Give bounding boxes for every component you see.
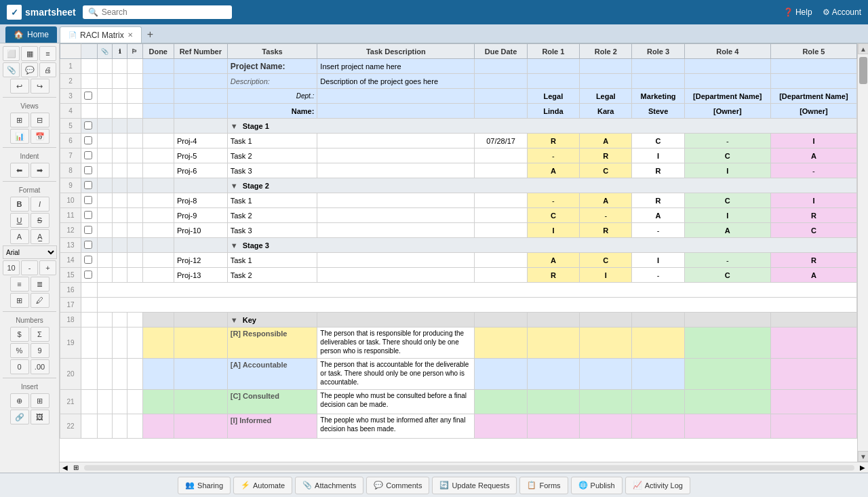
row-check[interactable] [81, 253, 97, 268]
view-card-btn[interactable]: ⊟ [31, 113, 50, 127]
row-done[interactable] [142, 163, 174, 178]
row-done[interactable] [142, 208, 174, 223]
table-btn[interactable]: ⊞ [10, 293, 29, 308]
row-role3[interactable]: - [632, 268, 684, 283]
row-check[interactable] [81, 414, 97, 439]
stage-1-label[interactable]: ▼ Stage 1 [227, 119, 856, 134]
row-tasks[interactable]: Task 2 [227, 148, 317, 163]
row-done[interactable] [142, 253, 174, 268]
row-checkbox[interactable] [84, 151, 92, 159]
row-role4[interactable]: I [684, 208, 770, 223]
row-key-desc[interactable]: The person that is accountable for the d… [317, 359, 475, 390]
row-role4[interactable]: C [684, 268, 770, 283]
row-role2[interactable]: R [580, 223, 632, 238]
img-btn[interactable]: 🖼 [31, 410, 50, 424]
add-tab-button[interactable]: + [142, 26, 159, 43]
fit-width-icon[interactable]: ⊞ [73, 464, 79, 471]
highlight-btn[interactable]: A̲ [31, 229, 50, 244]
row-duedate[interactable]: 07/28/17 [475, 134, 527, 148]
row-duedate[interactable] [475, 208, 527, 223]
row-check[interactable] [81, 208, 97, 223]
stage-3-label[interactable]: ▼ Stage 3 [227, 238, 856, 253]
search-box[interactable]: 🔍 [83, 5, 232, 19]
publish-button[interactable]: 🌐 Publish [571, 477, 623, 494]
row-taskdesc[interactable]: Insert project name here [317, 59, 475, 74]
row-role2[interactable]: R [580, 148, 632, 163]
row-check[interactable] [81, 298, 97, 313]
row-checkbox[interactable] [84, 226, 92, 234]
row-duedate[interactable] [475, 148, 527, 163]
row-checkbox[interactable] [84, 196, 92, 204]
row-refnum[interactable]: Proj-4 [174, 134, 227, 148]
hscroll-track[interactable] [84, 465, 854, 471]
paint-btn[interactable]: 🖊 [31, 293, 50, 308]
num-format-btn[interactable]: 9 [31, 343, 50, 358]
attachments-button[interactable]: 📎 Attachments [295, 477, 363, 494]
row-check[interactable] [81, 74, 97, 89]
align-left-btn[interactable]: ≡ [10, 277, 29, 292]
row-role2[interactable]: Legal [580, 89, 632, 104]
col-done-header[interactable]: Done [142, 44, 174, 59]
row-role4[interactable]: - [684, 253, 770, 268]
row-check[interactable] [81, 104, 97, 119]
row-tasks[interactable]: Task 3 [227, 223, 317, 238]
currency-btn[interactable]: $ [10, 327, 29, 342]
row-checkbox[interactable] [84, 256, 92, 264]
row-tasks[interactable]: Task 1 [227, 134, 317, 148]
scroll-right-icon[interactable]: ▶ [860, 464, 865, 471]
row-role5[interactable]: I [770, 193, 856, 208]
row-key-name[interactable]: [A] Accountable [227, 359, 317, 390]
row-taskdesc[interactable] [317, 193, 475, 208]
text-color-btn[interactable]: A [10, 229, 29, 244]
italic-btn[interactable]: I [31, 197, 50, 212]
font-select[interactable]: Arial [3, 245, 57, 259]
bold-btn[interactable]: B [10, 197, 29, 212]
row-checkbox[interactable] [84, 271, 92, 279]
view-cal-btn[interactable]: 📅 [31, 129, 50, 144]
row-role3[interactable]: - [632, 223, 684, 238]
row-role4[interactable]: C [684, 193, 770, 208]
row-key-name[interactable]: [R] Responsible [227, 327, 317, 359]
vertical-scrollbar[interactable]: ▲ ▼ [857, 43, 868, 462]
row-role5[interactable]: R [770, 208, 856, 223]
row-tasks[interactable]: ▼ Key [227, 313, 317, 327]
row-checkbox[interactable] [84, 92, 92, 100]
row-check[interactable] [81, 178, 97, 193]
scroll-up-btn[interactable]: ▲ [858, 43, 868, 54]
row-role2[interactable]: Kara [580, 104, 632, 119]
stage-toggle-icon[interactable]: ▼ [231, 182, 238, 190]
row-tasks[interactable]: Task 1 [227, 193, 317, 208]
row-done[interactable] [142, 193, 174, 208]
row-role3[interactable]: Steve [632, 104, 684, 119]
row-checkbox[interactable] [84, 166, 92, 174]
row-duedate[interactable] [475, 193, 527, 208]
row-role3[interactable]: R [632, 163, 684, 178]
row-tasks[interactable]: Project Name: [227, 59, 317, 74]
col-taskdesc-header[interactable]: Task Description [317, 44, 475, 59]
row-check[interactable] [81, 327, 97, 359]
row-role1[interactable]: I [527, 223, 579, 238]
toolbar-comment-btn[interactable]: 💬 [21, 62, 38, 77]
row-key-desc[interactable]: The people who must be consulted before … [317, 390, 475, 414]
row-taskdesc[interactable] [317, 208, 475, 223]
comments-button[interactable]: 💬 Comments [366, 477, 429, 494]
row-role3[interactable]: R [632, 193, 684, 208]
row-check[interactable] [81, 390, 97, 414]
row-role5[interactable]: C [770, 223, 856, 238]
tab-home[interactable]: 🏠 Home [5, 26, 57, 43]
row-check[interactable] [81, 238, 97, 253]
row-check[interactable] [81, 193, 97, 208]
row-refnum[interactable]: Proj-8 [174, 193, 227, 208]
row-checkbox[interactable] [84, 241, 92, 249]
row-role5[interactable]: I [770, 134, 856, 148]
row-role2[interactable]: C [580, 253, 632, 268]
col-role2-header[interactable]: Role 2 [580, 44, 632, 59]
stage-toggle-icon[interactable]: ▼ [231, 241, 238, 250]
row-checkbox[interactable] [84, 181, 92, 189]
row-role5[interactable]: A [770, 148, 856, 163]
row-refnum[interactable]: Proj-12 [174, 253, 227, 268]
row-role2[interactable]: A [580, 193, 632, 208]
row-key-desc[interactable]: The person that is responsible for produ… [317, 327, 475, 359]
stage-2-label[interactable]: ▼ Stage 2 [227, 178, 856, 193]
row-role2[interactable]: - [580, 208, 632, 223]
